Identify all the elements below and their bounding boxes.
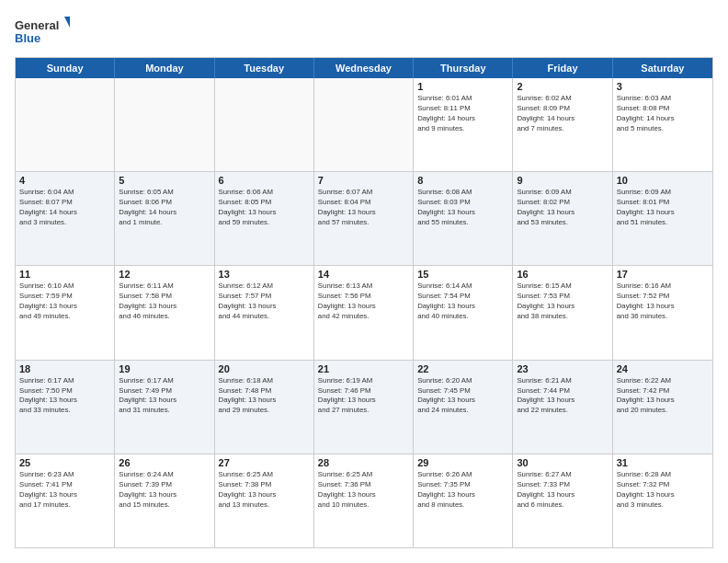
- day-number: 27: [219, 457, 310, 468]
- header-day-saturday: Saturday: [613, 58, 712, 78]
- day-number: 3: [617, 81, 709, 92]
- header-day-monday: Monday: [115, 58, 214, 78]
- calendar-cell: [314, 78, 414, 171]
- calendar-cell: 8Sunrise: 6:08 AMSunset: 8:03 PMDaylight…: [414, 172, 513, 265]
- day-number: 4: [19, 175, 110, 186]
- calendar-cell: 7Sunrise: 6:07 AMSunset: 8:04 PMDaylight…: [314, 172, 414, 265]
- calendar-cell: 6Sunrise: 6:06 AMSunset: 8:05 PMDaylight…: [215, 172, 314, 265]
- calendar-cell: 30Sunrise: 6:27 AMSunset: 7:33 PMDayligh…: [513, 454, 612, 547]
- calendar-cell: 16Sunrise: 6:15 AMSunset: 7:53 PMDayligh…: [513, 266, 612, 359]
- calendar-cell: 27Sunrise: 6:25 AMSunset: 7:38 PMDayligh…: [215, 454, 314, 547]
- calendar: SundayMondayTuesdayWednesdayThursdayFrid…: [15, 57, 713, 548]
- header: General Blue: [15, 15, 713, 48]
- logo-svg: General Blue: [15, 15, 70, 48]
- calendar-cell: 14Sunrise: 6:13 AMSunset: 7:56 PMDayligh…: [314, 266, 414, 359]
- calendar-header: SundayMondayTuesdayWednesdayThursdayFrid…: [16, 58, 712, 78]
- calendar-cell: 26Sunrise: 6:24 AMSunset: 7:39 PMDayligh…: [115, 454, 214, 547]
- day-number: 10: [617, 175, 709, 186]
- day-number: 20: [219, 363, 310, 374]
- day-number: 21: [318, 363, 409, 374]
- day-info: Sunrise: 6:23 AMSunset: 7:41 PMDaylight:…: [19, 470, 110, 511]
- calendar-row-3: 11Sunrise: 6:10 AMSunset: 7:59 PMDayligh…: [16, 266, 712, 360]
- calendar-cell: [115, 78, 214, 171]
- calendar-cell: 15Sunrise: 6:14 AMSunset: 7:54 PMDayligh…: [414, 266, 513, 359]
- calendar-cell: 22Sunrise: 6:20 AMSunset: 7:45 PMDayligh…: [414, 361, 513, 454]
- calendar-cell: 9Sunrise: 6:09 AMSunset: 8:02 PMDaylight…: [513, 172, 612, 265]
- calendar-cell: 1Sunrise: 6:01 AMSunset: 8:11 PMDaylight…: [414, 78, 513, 171]
- calendar-cell: 28Sunrise: 6:25 AMSunset: 7:36 PMDayligh…: [314, 454, 414, 547]
- calendar-row-4: 18Sunrise: 6:17 AMSunset: 7:50 PMDayligh…: [16, 361, 712, 454]
- calendar-cell: 11Sunrise: 6:10 AMSunset: 7:59 PMDayligh…: [16, 266, 115, 359]
- day-number: 16: [517, 269, 608, 280]
- day-info: Sunrise: 6:20 AMSunset: 7:45 PMDaylight:…: [417, 376, 508, 417]
- day-info: Sunrise: 6:08 AMSunset: 8:03 PMDaylight:…: [417, 188, 508, 228]
- day-number: 9: [517, 175, 608, 186]
- calendar-cell: 4Sunrise: 6:04 AMSunset: 8:07 PMDaylight…: [16, 172, 115, 265]
- calendar-cell: 10Sunrise: 6:09 AMSunset: 8:01 PMDayligh…: [613, 172, 712, 265]
- day-number: 17: [617, 269, 709, 280]
- day-number: 2: [517, 81, 608, 92]
- calendar-cell: 18Sunrise: 6:17 AMSunset: 7:50 PMDayligh…: [16, 361, 115, 454]
- calendar-cell: [215, 78, 314, 171]
- day-number: 15: [417, 269, 508, 280]
- calendar-cell: 2Sunrise: 6:02 AMSunset: 8:09 PMDaylight…: [513, 78, 612, 171]
- calendar-cell: 3Sunrise: 6:03 AMSunset: 8:08 PMDaylight…: [613, 78, 712, 171]
- calendar-cell: [16, 78, 115, 171]
- day-info: Sunrise: 6:16 AMSunset: 7:52 PMDaylight:…: [617, 282, 709, 322]
- calendar-cell: 20Sunrise: 6:18 AMSunset: 7:48 PMDayligh…: [215, 361, 314, 454]
- day-number: 28: [318, 457, 409, 468]
- day-info: Sunrise: 6:13 AMSunset: 7:56 PMDaylight:…: [318, 282, 409, 322]
- day-number: 18: [19, 363, 110, 374]
- day-number: 25: [19, 457, 110, 468]
- calendar-cell: 13Sunrise: 6:12 AMSunset: 7:57 PMDayligh…: [215, 266, 314, 359]
- day-info: Sunrise: 6:25 AMSunset: 7:36 PMDaylight:…: [318, 470, 409, 511]
- day-info: Sunrise: 6:26 AMSunset: 7:35 PMDaylight:…: [417, 470, 508, 511]
- day-number: 14: [318, 269, 409, 280]
- day-number: 11: [19, 269, 110, 280]
- calendar-row-5: 25Sunrise: 6:23 AMSunset: 7:41 PMDayligh…: [16, 454, 712, 547]
- svg-text:General: General: [15, 18, 59, 32]
- day-info: Sunrise: 6:05 AMSunset: 8:06 PMDaylight:…: [119, 188, 210, 228]
- day-info: Sunrise: 6:28 AMSunset: 7:32 PMDaylight:…: [617, 470, 709, 511]
- day-info: Sunrise: 6:25 AMSunset: 7:38 PMDaylight:…: [219, 470, 310, 511]
- day-info: Sunrise: 6:14 AMSunset: 7:54 PMDaylight:…: [417, 282, 508, 322]
- day-number: 22: [417, 363, 508, 374]
- day-info: Sunrise: 6:07 AMSunset: 8:04 PMDaylight:…: [318, 188, 409, 228]
- day-info: Sunrise: 6:18 AMSunset: 7:48 PMDaylight:…: [219, 376, 310, 417]
- calendar-cell: 19Sunrise: 6:17 AMSunset: 7:49 PMDayligh…: [115, 361, 214, 454]
- day-info: Sunrise: 6:17 AMSunset: 7:50 PMDaylight:…: [19, 376, 110, 417]
- day-info: Sunrise: 6:02 AMSunset: 8:09 PMDaylight:…: [517, 94, 608, 134]
- day-number: 7: [318, 175, 409, 186]
- svg-text:Blue: Blue: [15, 31, 40, 45]
- svg-marker-2: [64, 17, 70, 31]
- header-day-thursday: Thursday: [414, 58, 513, 78]
- calendar-cell: 12Sunrise: 6:11 AMSunset: 7:58 PMDayligh…: [115, 266, 214, 359]
- day-info: Sunrise: 6:21 AMSunset: 7:44 PMDaylight:…: [517, 376, 608, 417]
- day-number: 6: [219, 175, 310, 186]
- day-info: Sunrise: 6:10 AMSunset: 7:59 PMDaylight:…: [19, 282, 110, 322]
- calendar-row-1: 1Sunrise: 6:01 AMSunset: 8:11 PMDaylight…: [16, 78, 712, 172]
- header-day-tuesday: Tuesday: [215, 58, 314, 78]
- logo: General Blue: [15, 15, 70, 48]
- day-info: Sunrise: 6:06 AMSunset: 8:05 PMDaylight:…: [219, 188, 310, 228]
- page: General Blue SundayMondayTuesdayWednesda…: [0, 0, 728, 563]
- day-info: Sunrise: 6:01 AMSunset: 8:11 PMDaylight:…: [417, 94, 508, 134]
- calendar-cell: 31Sunrise: 6:28 AMSunset: 7:32 PMDayligh…: [613, 454, 712, 547]
- day-number: 23: [517, 363, 608, 374]
- calendar-row-2: 4Sunrise: 6:04 AMSunset: 8:07 PMDaylight…: [16, 172, 712, 266]
- day-number: 26: [119, 457, 210, 468]
- day-number: 8: [417, 175, 508, 186]
- day-number: 1: [417, 81, 508, 92]
- day-info: Sunrise: 6:04 AMSunset: 8:07 PMDaylight:…: [19, 188, 110, 228]
- day-number: 12: [119, 269, 210, 280]
- header-day-friday: Friday: [513, 58, 612, 78]
- day-info: Sunrise: 6:19 AMSunset: 7:46 PMDaylight:…: [318, 376, 409, 417]
- day-info: Sunrise: 6:03 AMSunset: 8:08 PMDaylight:…: [617, 94, 709, 134]
- calendar-body: 1Sunrise: 6:01 AMSunset: 8:11 PMDaylight…: [16, 78, 712, 547]
- header-day-sunday: Sunday: [16, 58, 115, 78]
- calendar-cell: 24Sunrise: 6:22 AMSunset: 7:42 PMDayligh…: [613, 361, 712, 454]
- day-number: 19: [119, 363, 210, 374]
- day-info: Sunrise: 6:27 AMSunset: 7:33 PMDaylight:…: [517, 470, 608, 511]
- day-info: Sunrise: 6:09 AMSunset: 8:01 PMDaylight:…: [617, 188, 709, 228]
- day-number: 30: [517, 457, 608, 468]
